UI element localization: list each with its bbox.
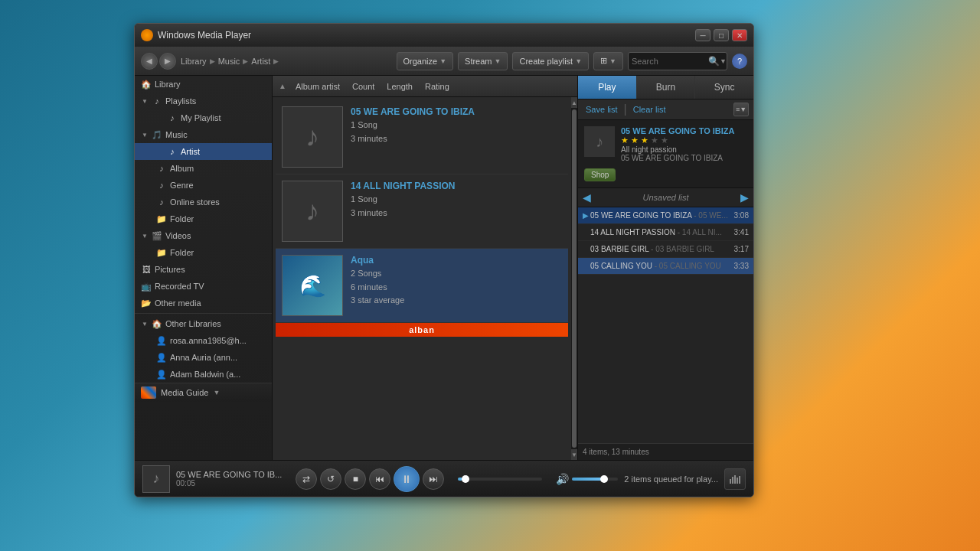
- album-meta-2: 1 Song 3 minutes: [351, 193, 562, 220]
- stream-arrow: ▼: [495, 57, 501, 65]
- sidebar-item-videos[interactable]: ▼ 🎬 Videos: [135, 227, 272, 244]
- album-item-1[interactable]: ♪ 05 WE ARE GOING TO IBIZA 1 Song 3 minu…: [276, 100, 568, 174]
- save-list-button[interactable]: Save list: [583, 103, 621, 116]
- transport-controls: ⇄ ↺ ■ ⏮ ⏸ ⏭: [296, 466, 444, 492]
- sidebar-item-music[interactable]: ▼ 🎵 Music: [135, 126, 272, 143]
- queue-status: 2 items queued for play...: [624, 474, 718, 484]
- sidebar-item-genre[interactable]: ♪ Genre: [135, 177, 272, 194]
- sidebar-item-other-media[interactable]: 📂 Other media: [135, 295, 272, 311]
- queue-item-3[interactable]: 03 BARBIE GIRL - 03 BARBIE GIRL 3:17: [578, 241, 753, 258]
- music-icon: 🎵: [152, 129, 162, 140]
- transport-album-art: ♪: [142, 465, 170, 493]
- sidebar-item-user-adam[interactable]: 👤 Adam Baldwin (a...: [135, 366, 272, 383]
- sidebar-item-online-stores[interactable]: ♪ Online stores: [135, 194, 272, 210]
- now-playing-card: ♪ 05 WE ARE GOING TO IBIZA ★ ★ ★ ★ ★: [578, 120, 753, 188]
- queue-item-4[interactable]: 05 CALLING YOU - 05 CALLING YOU 3:33: [578, 258, 753, 275]
- media-guide-label[interactable]: Media Guide: [161, 388, 208, 397]
- alban-text: alban: [409, 325, 435, 334]
- sidebar-item-folder-music[interactable]: 📁 Folder: [135, 210, 272, 227]
- search-icon[interactable]: 🔍: [708, 56, 720, 67]
- queue-next-btn[interactable]: ▶: [740, 191, 749, 204]
- clear-list-button[interactable]: Clear list: [630, 103, 669, 116]
- breadcrumb-music[interactable]: Music: [218, 57, 240, 66]
- search-input[interactable]: [632, 57, 708, 66]
- queue-item-1[interactable]: ▶ 05 WE ARE GOING TO IBIZA - 05 WE... 3:…: [578, 207, 753, 224]
- organize-button[interactable]: Organize ▼: [397, 52, 454, 70]
- tab-burn[interactable]: Burn: [637, 76, 696, 99]
- scroll-up-arrow[interactable]: ▲: [279, 82, 286, 90]
- forward-button[interactable]: ▶: [159, 53, 176, 70]
- star-3: ★: [641, 135, 648, 145]
- search-dropdown[interactable]: ▼: [720, 57, 727, 65]
- sidebar-item-my-playlist[interactable]: ♪ My Playlist: [135, 109, 272, 126]
- list-view-button[interactable]: ≡▼: [733, 103, 749, 116]
- breadcrumb-library[interactable]: Library: [181, 57, 207, 66]
- tab-play[interactable]: Play: [578, 76, 637, 99]
- album-item-2[interactable]: ♪ 14 ALL NIGHT PASSION 1 Song 3 minutes: [276, 174, 568, 249]
- pause-button[interactable]: ⏸: [394, 466, 420, 492]
- volume-thumb[interactable]: [600, 475, 608, 483]
- create-playlist-button[interactable]: Create playlist ▼: [512, 52, 589, 70]
- scroll-down-btn[interactable]: ▼: [571, 449, 577, 460]
- sidebar-label-videos: Videos: [165, 231, 266, 240]
- list-actions: Save list | Clear list ≡▼: [578, 99, 753, 120]
- sidebar-item-folder-videos[interactable]: 📁 Folder: [135, 244, 272, 261]
- help-button[interactable]: ?: [732, 54, 747, 69]
- search-box: 🔍 ▼: [628, 52, 727, 70]
- wmp-window: Windows Media Player ─ □ ✕ ◀ ▶ Library ▶…: [134, 23, 754, 497]
- sidebar-item-other-libraries[interactable]: ▼ 🏠 Other Libraries: [135, 315, 272, 332]
- album-thumb-1: ♪: [282, 106, 343, 168]
- shuffle-button[interactable]: ⇄: [296, 468, 317, 490]
- sidebar-item-playlists[interactable]: ▼ ♪ Playlists: [135, 93, 272, 109]
- volume-slider[interactable]: [572, 478, 618, 481]
- qi-indicator-1: ▶: [583, 211, 587, 220]
- next-button[interactable]: ⏭: [423, 468, 444, 490]
- albums-list: ♪ 05 WE ARE GOING TO IBIZA 1 Song 3 minu…: [273, 97, 571, 460]
- organize-arrow: ▼: [439, 57, 446, 65]
- sidebar-item-album[interactable]: ♪ Album: [135, 160, 272, 177]
- scroll-thumb[interactable]: [572, 109, 577, 448]
- sidebar-item-library[interactable]: 🏠 Library: [135, 76, 272, 93]
- album-item-3[interactable]: 🌊 Aqua 2 Songs 6 minutes 3 star average: [276, 249, 568, 323]
- queue-nav-label: Unsaved list: [594, 193, 737, 202]
- col-count[interactable]: Count: [346, 82, 381, 91]
- right-panel: Play Burn Sync Save list | Clear list ≡▼: [577, 76, 753, 460]
- prev-button[interactable]: ⏮: [369, 468, 390, 490]
- desktop: Windows Media Player ─ □ ✕ ◀ ▶ Library ▶…: [0, 0, 980, 551]
- back-button[interactable]: ◀: [141, 53, 158, 70]
- breadcrumb-artist[interactable]: Artist: [251, 57, 270, 66]
- stop-button[interactable]: ■: [345, 468, 366, 490]
- maximize-button[interactable]: □: [714, 29, 729, 41]
- sidebar-item-recorded-tv[interactable]: 📺 Recorded TV: [135, 278, 272, 295]
- progress-thumb[interactable]: [462, 475, 469, 483]
- volume-icon[interactable]: 🔊: [556, 473, 569, 485]
- transport-time: 00:05: [176, 479, 282, 487]
- scroll-up-btn[interactable]: ▲: [571, 97, 577, 108]
- eq-button[interactable]: [724, 468, 746, 490]
- folder-videos-icon: 📁: [156, 247, 167, 258]
- queue-item-2[interactable]: 14 ALL NIGHT PASSION - 14 ALL NI... 3:41: [578, 224, 753, 241]
- sidebar-item-pictures[interactable]: 🖼 Pictures: [135, 261, 272, 278]
- sidebar-label-artist: Artist: [181, 147, 266, 156]
- col-rating[interactable]: Rating: [419, 82, 456, 91]
- window-controls: ─ □ ✕: [695, 29, 747, 41]
- minimize-button[interactable]: ─: [695, 29, 710, 41]
- shop-button[interactable]: Shop: [584, 168, 616, 181]
- view-options-button[interactable]: ⊞ ▼: [593, 52, 623, 70]
- progress-track[interactable]: [458, 478, 542, 481]
- np-album-art: ♪: [584, 126, 615, 157]
- stream-button[interactable]: Stream ▼: [458, 52, 508, 70]
- col-album-artist[interactable]: Album artist: [289, 82, 346, 91]
- videos-icon: 🎬: [152, 230, 162, 241]
- album-meta-1: 1 Song 3 minutes: [351, 119, 562, 145]
- sidebar-label-library: Library: [155, 80, 266, 89]
- sidebar-item-user-anna[interactable]: 👤 Anna Auria (ann...: [135, 349, 272, 366]
- sidebar-item-user-rosa[interactable]: 👤 rosa.anna1985@h...: [135, 332, 272, 349]
- col-length[interactable]: Length: [381, 82, 419, 91]
- sidebar-item-artist[interactable]: ♪ Artist: [135, 143, 272, 160]
- tab-sync[interactable]: Sync: [695, 76, 753, 99]
- close-button[interactable]: ✕: [732, 29, 747, 41]
- queue-prev-btn[interactable]: ◀: [583, 191, 591, 204]
- qi-title-4: 05 CALLING YOU - 05 CALLING YOU: [590, 262, 731, 270]
- repeat-button[interactable]: ↺: [320, 468, 341, 490]
